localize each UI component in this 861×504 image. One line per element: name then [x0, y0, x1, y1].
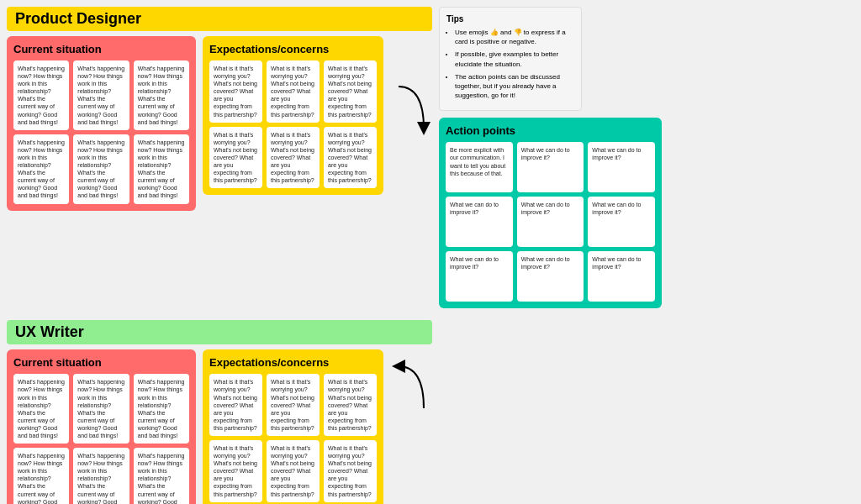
cs-card[interactable]: What's happening now? How things work in… [73, 448, 129, 504]
cs-card[interactable]: What's happening now? How things work in… [134, 60, 189, 130]
current-situation-panel-pd: Current situation What's happening now? … [7, 36, 196, 211]
ec-card[interactable]: What is it that's worrying you? What's n… [209, 60, 262, 123]
expectations-title-pd: Expectations/concerns [209, 43, 377, 55]
ec-card[interactable]: What is it that's worrying you? What's n… [324, 374, 377, 436]
ap-card[interactable]: What we can do to improve it? [517, 197, 584, 247]
ec-card[interactable]: What is it that's worrying you? What's n… [209, 440, 262, 502]
ec-card[interactable]: What is it that's worrying you? What's n… [324, 60, 377, 123]
arrow-up-uw [390, 349, 432, 417]
ap-card[interactable]: What we can do to improve it? [588, 251, 655, 302]
ec-card[interactable]: What is it that's worrying you? What's n… [324, 440, 377, 502]
action-panel: Action points Be more explicit with our … [439, 118, 662, 308]
main-container: Product Designer Current situation What'… [0, 0, 861, 504]
ec-card[interactable]: What is it that's worrying you? What's n… [209, 127, 262, 189]
tips-title: Tips [446, 14, 574, 24]
ap-card[interactable]: What we can do to improve it? [446, 251, 513, 302]
action-points-cards: Be more explicit with our communication.… [446, 142, 655, 302]
tip-2: If possible, give examples to better elu… [455, 50, 574, 68]
cs-card[interactable]: What's happening now? How things work in… [13, 134, 69, 204]
expectations-panel-pd: Expectations/concerns What is it that's … [203, 36, 383, 195]
cs-card[interactable]: What's happening now? How things work in… [73, 374, 129, 444]
cs-card[interactable]: What's happening now? How things work in… [134, 134, 189, 204]
ap-card[interactable]: What we can do to improve it? [588, 142, 655, 192]
ap-card[interactable]: What we can do to improve it? [588, 197, 655, 247]
expectations-cards-uw: What is it that's worrying you? What's n… [209, 374, 377, 501]
ec-card[interactable]: What is it that's worrying you? What's n… [209, 374, 262, 436]
ap-card[interactable]: What we can do to improve it? [517, 251, 584, 302]
current-situation-title-pd: Current situation [13, 43, 189, 55]
current-situation-title-uw: Current situation [13, 356, 189, 369]
cs-card[interactable]: What's happening now? How things work in… [73, 134, 129, 204]
cs-card[interactable]: What's happening now? How things work in… [13, 374, 69, 444]
expectations-cards-pd: What is it that's worrying you? What's n… [209, 60, 377, 188]
role-label-product-designer: Product Designer [7, 7, 432, 31]
right-column: Tips Use emojis 👍 and 👎 to express if a … [439, 7, 662, 308]
ec-card[interactable]: What is it that's worrying you? What's n… [267, 60, 320, 123]
cs-card[interactable]: What's happening now? How things work in… [13, 448, 69, 504]
expectations-title-uw: Expectations/concerns [209, 356, 377, 369]
tip-1: Use emojis 👍 and 👎 to express if a card … [455, 28, 574, 46]
cs-card[interactable]: What's happening now? How things work in… [134, 448, 189, 504]
tip-3: The action points can be discussed toget… [455, 72, 574, 101]
ec-card[interactable]: What is it that's worrying you? What's n… [267, 440, 320, 502]
tips-panel: Tips Use emojis 👍 and 👎 to express if a … [439, 7, 582, 111]
current-situation-cards-pd: What's happening now? How things work in… [13, 60, 189, 204]
ap-card[interactable]: What we can do to improve it? [517, 142, 584, 192]
action-points-title: Action points [446, 124, 655, 137]
ec-card[interactable]: What is it that's worrying you? What's n… [324, 127, 377, 189]
cs-card[interactable]: What's happening now? How things work in… [134, 374, 189, 444]
cs-card[interactable]: What's happening now? How things work in… [73, 60, 129, 130]
ap-card-main[interactable]: Be more explicit with our communication.… [446, 142, 513, 192]
current-situation-cards-uw: What's happening now? How things work in… [13, 374, 189, 504]
ec-card[interactable]: What is it that's worrying you? What's n… [267, 127, 320, 189]
cs-card[interactable]: What's happening now? How things work in… [13, 60, 69, 130]
expectations-panel-uw: Expectations/concerns What is it that's … [203, 349, 383, 504]
current-situation-panel-uw: Current situation What's happening now? … [7, 349, 196, 504]
ux-writer-section: UX Writer Current situation What's happe… [7, 320, 432, 504]
tips-list: Use emojis 👍 and 👎 to express if a card … [446, 28, 574, 100]
product-designer-section: Product Designer Current situation What'… [7, 7, 432, 211]
ap-card[interactable]: What we can do to improve it? [446, 197, 513, 247]
arrow-down-pd [390, 36, 432, 137]
ec-card[interactable]: What is it that's worrying you? What's n… [267, 374, 320, 436]
role-label-ux-writer: UX Writer [7, 320, 432, 344]
